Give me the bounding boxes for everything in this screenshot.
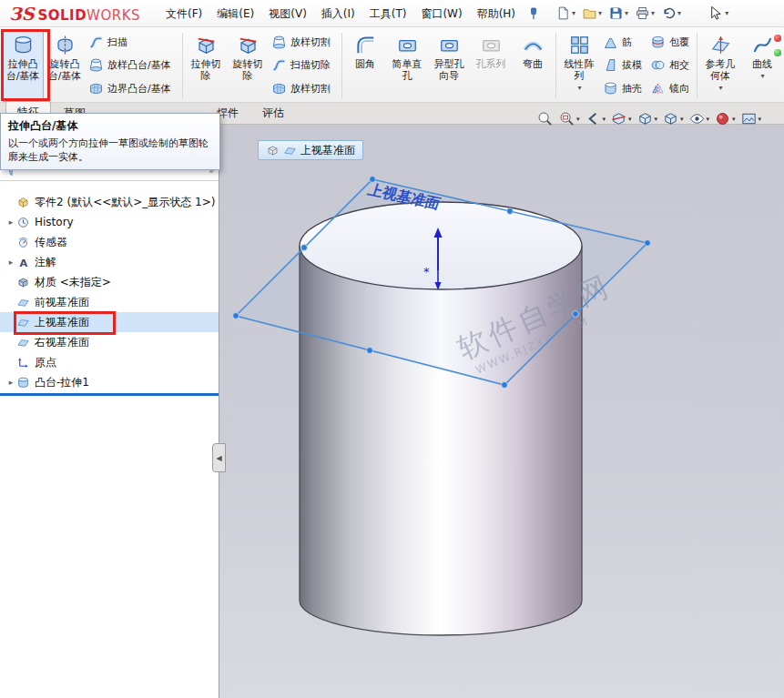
simple-hole-icon xyxy=(396,34,419,56)
apply-scene-button[interactable]: ▾ xyxy=(739,109,763,128)
hole-wizard-button[interactable]: 异型孔向导 xyxy=(428,29,470,102)
command-manager-ribbon: 拉伸凸台/基体 旋转凸台/基体 扫描 放样凸台/基体 边界凸台/基体 拉伸切除 … xyxy=(0,27,784,103)
dropdown-arrow-icon: ▾ xyxy=(718,82,722,94)
tree-item-origin[interactable]: 原点 xyxy=(0,352,219,372)
new-document-icon xyxy=(555,5,571,21)
tree-item-right-plane[interactable]: 右视基准面 xyxy=(0,332,219,352)
swept-cut-button[interactable]: 扫描切除 xyxy=(271,55,337,76)
menu-insert[interactable]: 插入(I) xyxy=(314,0,362,27)
fillet-button[interactable]: 圆角 xyxy=(344,29,386,102)
revolved-cut-button[interactable]: 旋转切除 xyxy=(227,29,269,102)
dropdown-arrow-icon: ▾ xyxy=(760,70,764,82)
lofted-boss-button[interactable]: 放样凸台/基体 xyxy=(88,55,178,76)
extruded-cut-icon xyxy=(195,34,218,56)
menu-help[interactable]: 帮助(H) xyxy=(470,0,523,27)
linear-pattern-icon xyxy=(568,34,591,56)
modify-feature-stack: 筋 拔模 抽壳 xyxy=(600,29,647,102)
wrap-button[interactable]: 包覆 xyxy=(650,32,692,54)
tree-item-part-root[interactable]: 零件2 (默认<<默认>_显示状态 1>) xyxy=(0,192,219,212)
tab-evaluate[interactable]: 评估 xyxy=(251,103,295,124)
edit-appearance-button[interactable]: ▾ xyxy=(713,109,737,128)
graphics-area[interactable]: 软件自学网 WWW.RJZXW.COM 上视基准面 xyxy=(219,125,784,698)
selection-breadcrumb-badge[interactable]: 上视基准面 xyxy=(258,140,363,160)
display-style-icon xyxy=(662,110,679,127)
linear-pattern-button[interactable]: 线性阵列 ▾ xyxy=(558,29,600,102)
swept-boss-button[interactable]: 扫描 xyxy=(88,32,178,54)
tree-item-sensors[interactable]: 传感器 xyxy=(0,232,219,252)
ribbon-edge-indicators xyxy=(774,35,781,56)
material-icon xyxy=(16,276,30,289)
breadcrumb-label: 上视基准面 xyxy=(300,143,355,158)
cut-feature-stack: 放样切割 扫描切除 放样切割 xyxy=(269,29,340,102)
save-button[interactable]: ▾ xyxy=(606,4,630,23)
zoom-area-button[interactable]: ▾ xyxy=(557,109,581,128)
boundary-boss-button[interactable]: 边界凸台/基体 xyxy=(88,77,178,99)
tree-item-boss-extrude1[interactable]: ▸ 凸台-拉伸1 xyxy=(0,372,219,392)
ribbon-separator xyxy=(341,33,342,98)
print-button[interactable]: ▾ xyxy=(633,4,657,23)
menu-window[interactable]: 窗口(W) xyxy=(413,0,469,27)
boundary-cut-button[interactable]: 放样切割 xyxy=(271,77,337,99)
pin-menu-button[interactable] xyxy=(526,6,541,21)
expand-arrow-icon[interactable]: ▸ xyxy=(5,217,16,227)
ribbon-separator xyxy=(182,33,183,98)
view-orientation-button[interactable]: ▾ xyxy=(636,109,659,128)
tooltip-title: 拉伸凸台/基体 xyxy=(8,118,212,134)
rib-button[interactable]: 筋 xyxy=(603,32,645,54)
mirror-button[interactable]: 镜向 xyxy=(650,77,692,99)
reference-geometry-button[interactable]: 参考几何体 ▾ xyxy=(699,29,741,102)
extruded-cut-button[interactable]: 拉伸切除 xyxy=(185,29,227,102)
tree-item-material[interactable]: 材质 <未指定> xyxy=(0,272,219,292)
top-plane-selection[interactable]: 上视基准面 xyxy=(233,177,651,389)
zoom-area-icon xyxy=(558,110,575,127)
shell-icon xyxy=(603,81,618,96)
draft-button[interactable]: 拔模 xyxy=(603,55,645,76)
save-icon xyxy=(608,5,624,21)
section-view-icon xyxy=(610,110,627,127)
svg-text:*: * xyxy=(423,265,430,278)
rib-icon xyxy=(603,35,618,50)
undo-button[interactable]: ▾ xyxy=(659,4,683,23)
lofted-cut-button[interactable]: 放样切割 xyxy=(271,32,337,54)
history-icon xyxy=(16,216,30,229)
hide-show-items-button[interactable]: ▾ xyxy=(687,109,711,128)
boundary-cut-icon xyxy=(271,81,287,96)
menu-edit[interactable]: 编辑(E) xyxy=(209,0,261,27)
select-tool-button[interactable]: ▾ xyxy=(707,5,728,22)
revolved-cut-icon xyxy=(237,34,260,56)
section-view-button[interactable]: ▾ xyxy=(609,109,633,128)
display-style-button[interactable]: ▾ xyxy=(661,109,685,128)
previous-view-button[interactable]: ▾ xyxy=(584,109,607,128)
annotations-icon xyxy=(16,256,30,269)
hole-series-icon xyxy=(480,34,503,56)
flex-button[interactable]: 弯曲 xyxy=(512,29,554,102)
model-scene: 软件自学网 WWW.RJZXW.COM 上视基准面 xyxy=(219,125,784,698)
origin-icon xyxy=(16,356,30,369)
open-button[interactable]: ▾ xyxy=(580,4,604,23)
expand-arrow-icon[interactable]: ▸ xyxy=(5,258,16,267)
menu-view[interactable]: 视图(V) xyxy=(261,0,314,27)
top-plane-outline[interactable] xyxy=(236,179,647,385)
menu-tools[interactable]: 工具(T) xyxy=(362,0,414,27)
quick-access-toolbar: ▾ ▾ ▾ ▾ ▾ xyxy=(554,4,683,23)
tree-item-annotations[interactable]: ▸ 注解 xyxy=(0,252,219,272)
swept-cut-icon xyxy=(271,57,287,73)
highlight-box-extrude-button xyxy=(1,29,50,101)
zoom-fit-button[interactable] xyxy=(535,109,555,128)
new-document-button[interactable]: ▾ xyxy=(554,4,577,23)
panel-collapse-tab[interactable]: ◀ xyxy=(212,443,226,472)
shell-button[interactable]: 抽壳 xyxy=(603,77,645,99)
plane-icon xyxy=(283,144,297,157)
tree-item-front-plane[interactable]: 前视基准面 xyxy=(0,292,219,312)
lofted-boss-icon xyxy=(88,57,104,73)
expand-arrow-icon[interactable]: ▸ xyxy=(5,378,16,387)
menu-file[interactable]: 文件(F) xyxy=(158,0,209,27)
tree-panel-splitter[interactable] xyxy=(0,393,219,396)
print-icon xyxy=(635,5,650,21)
simple-hole-button[interactable]: 简单直孔 xyxy=(386,29,428,102)
intersect-button[interactable]: 相交 xyxy=(650,55,692,76)
hole-series-button[interactable]: 孔系列 xyxy=(470,29,512,102)
fillet-icon xyxy=(354,34,377,56)
boss-extrude-icon xyxy=(16,376,30,389)
tree-item-history[interactable]: ▸ History xyxy=(0,212,219,232)
